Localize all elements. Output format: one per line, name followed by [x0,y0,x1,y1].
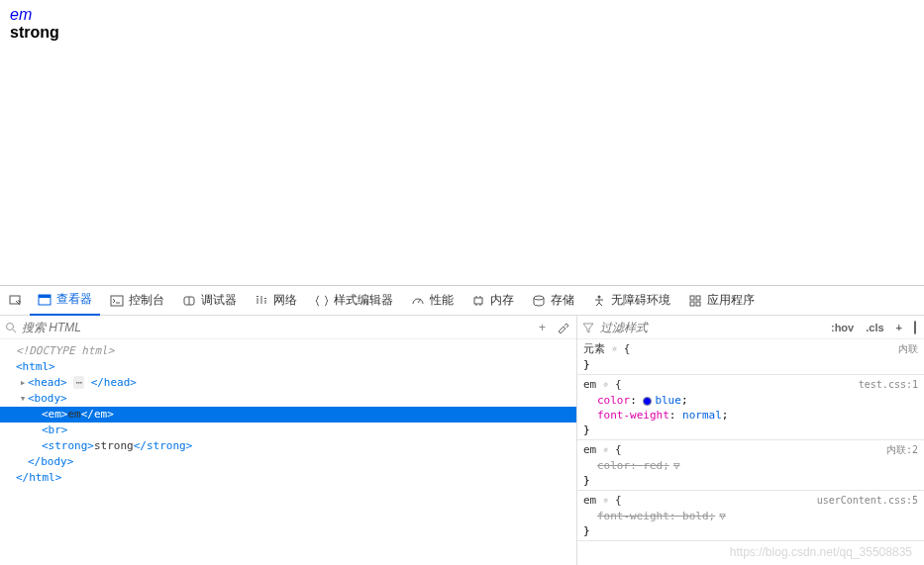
rule-source-link[interactable]: test.css:1 [859,377,918,392]
rule-test-css[interactable]: test.css:1 em ☼ { color: blue; font-weig… [577,375,924,440]
svg-point-13 [598,295,601,298]
rule-source-link[interactable]: 内联:2 [886,442,918,457]
add-element-button[interactable]: + [536,321,549,334]
dom-pane: + <!DOCTYPE html> <html> ▸<head> ⋯ </hea… [0,316,577,565]
dom-em-element[interactable]: <em>em</em> [0,407,576,423]
dom-body-close[interactable]: </body> [0,454,576,470]
inspector-icon [38,293,51,307]
svg-point-12 [534,296,544,300]
svg-rect-15 [696,296,700,300]
svg-rect-2 [39,295,51,298]
dom-tree[interactable]: <!DOCTYPE html> <html> ▸<head> ⋯ </head>… [0,339,576,565]
tab-network[interactable]: 网络 [247,286,305,316]
dom-strong-element[interactable]: <strong>strong</strong> [0,438,576,454]
dom-head[interactable]: ▸<head> ⋯ </head> [0,375,576,391]
rule-inline-2[interactable]: 内联:2 em ☼ { color: red;▽ } [577,440,924,491]
performance-icon [411,294,425,308]
dom-search-input[interactable] [22,321,531,334]
tab-debugger[interactable]: 调试器 [174,286,245,316]
dom-br-element[interactable]: <br> [0,423,576,438]
network-icon [255,294,268,308]
rules-list: 内联 元素 ☼ { } test.css:1 em ☼ { color: blu… [577,339,924,565]
tab-memory[interactable]: 内存 [463,286,522,316]
tab-accessibility[interactable]: 无障碍环境 [584,286,678,316]
search-icon [5,322,17,333]
rule-inline[interactable]: 内联 元素 ☼ { } [577,339,924,375]
dom-html-open[interactable]: <html> [0,359,576,375]
svg-rect-7 [474,298,482,304]
eyedropper-button[interactable] [554,322,571,333]
svg-line-19 [13,330,16,332]
filter-icon [582,322,594,333]
rendered-page: em strong [0,0,924,285]
styles-pane: :hov .cls + 内联 元素 ☼ { } test.css:1 em ☼ … [577,316,924,565]
cls-toggle[interactable]: .cls [863,322,886,333]
css-property-overridden[interactable]: color: red;▽ [583,458,918,473]
devtools-body: + <!DOCTYPE html> <html> ▸<head> ⋯ </hea… [0,316,924,565]
style-editor-icon [315,294,329,308]
hov-toggle[interactable]: :hov [828,322,857,333]
dom-body-open[interactable]: ▾<body> [0,391,576,407]
color-swatch[interactable] [643,397,652,406]
devtools-panel: 查看器 控制台 调试器 网络 样式编辑器 性能 内存 存储 [0,285,924,565]
dom-doctype[interactable]: <!DOCTYPE html> [0,343,576,359]
svg-rect-14 [690,296,694,300]
gear-icon: ☼ [603,445,608,455]
rule-source-link[interactable]: userContent.css:5 [817,493,918,508]
console-icon [110,294,124,308]
gear-icon: ☼ [603,380,608,390]
tab-style-editor[interactable]: 样式编辑器 [307,286,401,316]
gear-icon: ☼ [603,496,608,506]
svg-rect-3 [111,296,123,306]
picker-icon [9,294,23,308]
new-rule-button[interactable]: + [893,322,905,333]
page-em-text: em [10,6,32,23]
debugger-icon [182,294,196,308]
rule-usercontent[interactable]: userContent.css:5 em ☼ { font-weight: bo… [577,491,924,541]
svg-rect-16 [690,302,694,306]
memory-icon [471,294,485,308]
element-picker-button[interactable] [4,286,28,316]
css-property-overridden[interactable]: font-weight: bold;▽ [583,509,918,523]
twisty-icon[interactable]: ▸ [18,375,28,391]
tab-console[interactable]: 控制台 [102,286,172,316]
tab-inspector[interactable]: 查看器 [30,286,100,316]
dom-search-bar: + [0,316,576,339]
filter-icon[interactable]: ▽ [715,510,726,522]
dom-html-close[interactable]: </html> [0,470,576,486]
styles-toolbar: :hov .cls + [577,316,924,339]
css-property[interactable]: font-weight: normal; [583,408,918,423]
print-media-button[interactable] [911,322,919,333]
tab-application[interactable]: 应用程序 [680,286,763,316]
filter-icon[interactable]: ▽ [669,459,680,472]
styles-filter-input[interactable] [600,321,822,334]
rule-source[interactable]: 内联 [898,341,918,356]
tab-storage[interactable]: 存储 [524,286,582,316]
twisty-icon[interactable]: ▾ [18,391,28,407]
svg-rect-17 [696,302,700,306]
css-property[interactable]: color: blue; [583,393,918,408]
storage-icon [532,294,546,308]
application-icon [688,294,702,308]
gear-icon: ☼ [612,344,617,354]
page-strong-text: strong [10,24,59,41]
tab-performance[interactable]: 性能 [403,286,462,316]
accessibility-icon [592,294,606,308]
svg-point-18 [7,323,14,330]
devtools-tabbar: 查看器 控制台 调试器 网络 样式编辑器 性能 内存 存储 [0,286,924,316]
